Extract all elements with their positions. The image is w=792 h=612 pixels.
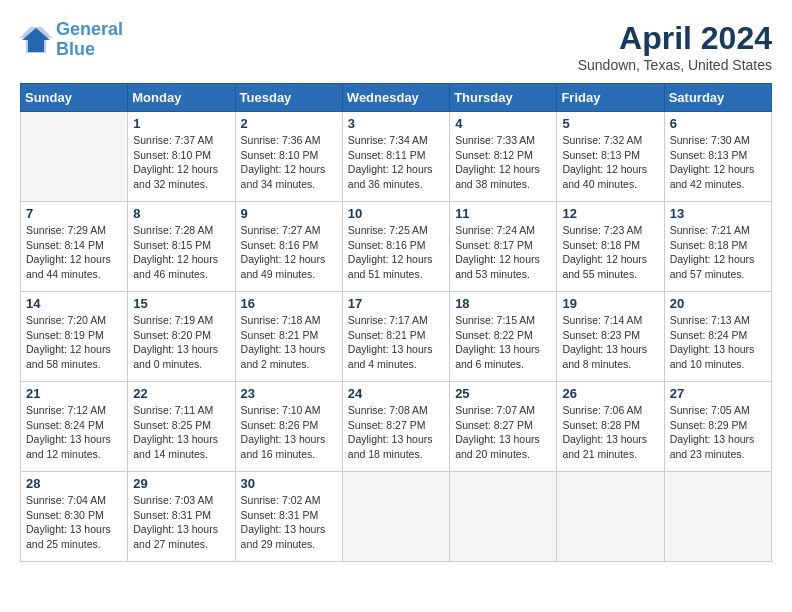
calendar-cell: 8Sunrise: 7:28 AMSunset: 8:15 PMDaylight…	[128, 202, 235, 292]
day-number: 20	[670, 296, 766, 311]
calendar-cell: 21Sunrise: 7:12 AMSunset: 8:24 PMDayligh…	[21, 382, 128, 472]
calendar-cell: 13Sunrise: 7:21 AMSunset: 8:18 PMDayligh…	[664, 202, 771, 292]
day-number: 7	[26, 206, 122, 221]
day-info: Sunrise: 7:37 AMSunset: 8:10 PMDaylight:…	[133, 133, 229, 192]
calendar-cell: 24Sunrise: 7:08 AMSunset: 8:27 PMDayligh…	[342, 382, 449, 472]
day-info: Sunrise: 7:24 AMSunset: 8:17 PMDaylight:…	[455, 223, 551, 282]
calendar-cell: 4Sunrise: 7:33 AMSunset: 8:12 PMDaylight…	[450, 112, 557, 202]
day-number: 2	[241, 116, 337, 131]
day-info: Sunrise: 7:06 AMSunset: 8:28 PMDaylight:…	[562, 403, 658, 462]
day-number: 13	[670, 206, 766, 221]
day-info: Sunrise: 7:21 AMSunset: 8:18 PMDaylight:…	[670, 223, 766, 282]
day-info: Sunrise: 7:05 AMSunset: 8:29 PMDaylight:…	[670, 403, 766, 462]
day-info: Sunrise: 7:34 AMSunset: 8:11 PMDaylight:…	[348, 133, 444, 192]
calendar-cell: 23Sunrise: 7:10 AMSunset: 8:26 PMDayligh…	[235, 382, 342, 472]
day-info: Sunrise: 7:27 AMSunset: 8:16 PMDaylight:…	[241, 223, 337, 282]
day-info: Sunrise: 7:17 AMSunset: 8:21 PMDaylight:…	[348, 313, 444, 372]
calendar-cell: 18Sunrise: 7:15 AMSunset: 8:22 PMDayligh…	[450, 292, 557, 382]
calendar-cell: 25Sunrise: 7:07 AMSunset: 8:27 PMDayligh…	[450, 382, 557, 472]
calendar-cell: 30Sunrise: 7:02 AMSunset: 8:31 PMDayligh…	[235, 472, 342, 562]
day-number: 12	[562, 206, 658, 221]
day-number: 24	[348, 386, 444, 401]
day-info: Sunrise: 7:03 AMSunset: 8:31 PMDaylight:…	[133, 493, 229, 552]
week-row-4: 21Sunrise: 7:12 AMSunset: 8:24 PMDayligh…	[21, 382, 772, 472]
day-info: Sunrise: 7:28 AMSunset: 8:15 PMDaylight:…	[133, 223, 229, 282]
calendar-cell: 14Sunrise: 7:20 AMSunset: 8:19 PMDayligh…	[21, 292, 128, 382]
page-header: General Blue April 2024 Sundown, Texas, …	[20, 20, 772, 73]
calendar-cell: 16Sunrise: 7:18 AMSunset: 8:21 PMDayligh…	[235, 292, 342, 382]
day-info: Sunrise: 7:25 AMSunset: 8:16 PMDaylight:…	[348, 223, 444, 282]
day-number: 1	[133, 116, 229, 131]
day-info: Sunrise: 7:08 AMSunset: 8:27 PMDaylight:…	[348, 403, 444, 462]
day-number: 3	[348, 116, 444, 131]
day-info: Sunrise: 7:15 AMSunset: 8:22 PMDaylight:…	[455, 313, 551, 372]
calendar-cell: 17Sunrise: 7:17 AMSunset: 8:21 PMDayligh…	[342, 292, 449, 382]
calendar-cell: 7Sunrise: 7:29 AMSunset: 8:14 PMDaylight…	[21, 202, 128, 292]
day-number: 30	[241, 476, 337, 491]
day-number: 26	[562, 386, 658, 401]
calendar-cell: 2Sunrise: 7:36 AMSunset: 8:10 PMDaylight…	[235, 112, 342, 202]
calendar-cell: 12Sunrise: 7:23 AMSunset: 8:18 PMDayligh…	[557, 202, 664, 292]
day-number: 16	[241, 296, 337, 311]
day-info: Sunrise: 7:07 AMSunset: 8:27 PMDaylight:…	[455, 403, 551, 462]
day-info: Sunrise: 7:18 AMSunset: 8:21 PMDaylight:…	[241, 313, 337, 372]
column-header-monday: Monday	[128, 84, 235, 112]
calendar-header-row: SundayMondayTuesdayWednesdayThursdayFrid…	[21, 84, 772, 112]
column-header-sunday: Sunday	[21, 84, 128, 112]
calendar-cell: 11Sunrise: 7:24 AMSunset: 8:17 PMDayligh…	[450, 202, 557, 292]
week-row-2: 7Sunrise: 7:29 AMSunset: 8:14 PMDaylight…	[21, 202, 772, 292]
day-info: Sunrise: 7:32 AMSunset: 8:13 PMDaylight:…	[562, 133, 658, 192]
title-block: April 2024 Sundown, Texas, United States	[578, 20, 772, 73]
day-info: Sunrise: 7:19 AMSunset: 8:20 PMDaylight:…	[133, 313, 229, 372]
day-info: Sunrise: 7:12 AMSunset: 8:24 PMDaylight:…	[26, 403, 122, 462]
week-row-5: 28Sunrise: 7:04 AMSunset: 8:30 PMDayligh…	[21, 472, 772, 562]
day-number: 14	[26, 296, 122, 311]
calendar-cell: 15Sunrise: 7:19 AMSunset: 8:20 PMDayligh…	[128, 292, 235, 382]
day-info: Sunrise: 7:14 AMSunset: 8:23 PMDaylight:…	[562, 313, 658, 372]
day-number: 19	[562, 296, 658, 311]
calendar-cell: 20Sunrise: 7:13 AMSunset: 8:24 PMDayligh…	[664, 292, 771, 382]
logo-text: General Blue	[56, 20, 123, 60]
calendar-cell: 5Sunrise: 7:32 AMSunset: 8:13 PMDaylight…	[557, 112, 664, 202]
day-number: 25	[455, 386, 551, 401]
day-info: Sunrise: 7:13 AMSunset: 8:24 PMDaylight:…	[670, 313, 766, 372]
day-info: Sunrise: 7:10 AMSunset: 8:26 PMDaylight:…	[241, 403, 337, 462]
calendar-cell: 22Sunrise: 7:11 AMSunset: 8:25 PMDayligh…	[128, 382, 235, 472]
day-number: 9	[241, 206, 337, 221]
logo-icon	[20, 26, 52, 54]
calendar-cell: 1Sunrise: 7:37 AMSunset: 8:10 PMDaylight…	[128, 112, 235, 202]
calendar-cell: 10Sunrise: 7:25 AMSunset: 8:16 PMDayligh…	[342, 202, 449, 292]
day-number: 29	[133, 476, 229, 491]
day-number: 15	[133, 296, 229, 311]
calendar-cell	[342, 472, 449, 562]
day-number: 23	[241, 386, 337, 401]
calendar-cell	[450, 472, 557, 562]
day-info: Sunrise: 7:36 AMSunset: 8:10 PMDaylight:…	[241, 133, 337, 192]
day-info: Sunrise: 7:20 AMSunset: 8:19 PMDaylight:…	[26, 313, 122, 372]
calendar-cell: 28Sunrise: 7:04 AMSunset: 8:30 PMDayligh…	[21, 472, 128, 562]
day-info: Sunrise: 7:02 AMSunset: 8:31 PMDaylight:…	[241, 493, 337, 552]
calendar-cell	[664, 472, 771, 562]
column-header-friday: Friday	[557, 84, 664, 112]
day-number: 21	[26, 386, 122, 401]
day-number: 6	[670, 116, 766, 131]
day-info: Sunrise: 7:23 AMSunset: 8:18 PMDaylight:…	[562, 223, 658, 282]
day-number: 4	[455, 116, 551, 131]
week-row-1: 1Sunrise: 7:37 AMSunset: 8:10 PMDaylight…	[21, 112, 772, 202]
day-info: Sunrise: 7:04 AMSunset: 8:30 PMDaylight:…	[26, 493, 122, 552]
calendar-cell: 19Sunrise: 7:14 AMSunset: 8:23 PMDayligh…	[557, 292, 664, 382]
day-info: Sunrise: 7:33 AMSunset: 8:12 PMDaylight:…	[455, 133, 551, 192]
column-header-thursday: Thursday	[450, 84, 557, 112]
day-number: 18	[455, 296, 551, 311]
day-number: 17	[348, 296, 444, 311]
calendar-cell	[557, 472, 664, 562]
calendar-cell: 27Sunrise: 7:05 AMSunset: 8:29 PMDayligh…	[664, 382, 771, 472]
day-info: Sunrise: 7:29 AMSunset: 8:14 PMDaylight:…	[26, 223, 122, 282]
day-number: 10	[348, 206, 444, 221]
day-number: 27	[670, 386, 766, 401]
day-number: 5	[562, 116, 658, 131]
calendar-table: SundayMondayTuesdayWednesdayThursdayFrid…	[20, 83, 772, 562]
day-info: Sunrise: 7:30 AMSunset: 8:13 PMDaylight:…	[670, 133, 766, 192]
calendar-cell: 9Sunrise: 7:27 AMSunset: 8:16 PMDaylight…	[235, 202, 342, 292]
calendar-cell	[21, 112, 128, 202]
